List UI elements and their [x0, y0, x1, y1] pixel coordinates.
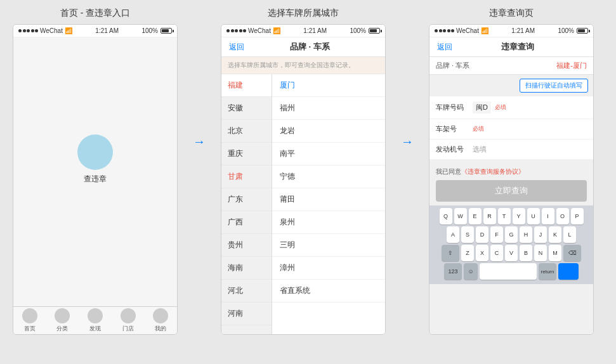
province-item-guizhou[interactable]: 贵州 — [221, 234, 272, 257]
tab-discover[interactable]: 发现 — [88, 308, 103, 333]
province-item-guangdong[interactable]: 广东 — [221, 188, 272, 211]
key-emoji[interactable]: ☺ — [464, 263, 478, 280]
key-space[interactable] — [480, 263, 537, 280]
key-o[interactable]: O — [556, 208, 569, 224]
phone-frame-3: WeChat 📶 1:21 AM 100% 返回 违章查询 . 品牌 · 车系 … — [429, 24, 594, 335]
province-item-hebei[interactable]: 河北 — [221, 280, 272, 302]
key-b[interactable]: B — [520, 245, 532, 261]
key-backspace[interactable]: ⌫ — [563, 245, 581, 261]
nav-title-3: 违章查询 — [501, 41, 534, 53]
key-s[interactable]: S — [461, 226, 474, 243]
key-f[interactable]: F — [490, 226, 503, 243]
city-item-sanming[interactable]: 三明 — [272, 234, 385, 257]
status-bar-2: WeChat 📶 1:21 AM 100% — [221, 25, 385, 37]
province-item-guangxi[interactable]: 广西 — [221, 211, 272, 234]
key-v[interactable]: V — [505, 245, 518, 261]
tab-category[interactable]: 分类 — [55, 308, 70, 333]
tab-home-label: 首页 — [24, 325, 36, 333]
key-n[interactable]: N — [534, 245, 547, 261]
battery-pct-1: 100% — [141, 27, 158, 34]
tab-home[interactable]: 首页 — [22, 308, 37, 333]
key-p[interactable]: P — [571, 208, 584, 224]
province-item-gansu[interactable]: 甘肃 — [221, 166, 272, 188]
city-item-shengzhi[interactable]: 省直系统 — [272, 280, 385, 302]
province-list[interactable]: 福建 安徽 北京 重庆 甘肃 广东 广西 贵州 海南 河北 河南 — [221, 74, 272, 334]
key-j[interactable]: J — [534, 226, 547, 243]
chassis-label: 车架号 — [436, 124, 469, 134]
hint-bar: 选择车牌所属城市，即可查询全国违章记录。 — [221, 57, 385, 74]
scan-button[interactable]: 扫描行驶证自动填写 — [520, 79, 588, 93]
key-t[interactable]: T — [498, 208, 511, 224]
nav-title-2: 品牌 · 车系 — [290, 41, 330, 53]
key-z[interactable]: Z — [461, 245, 474, 261]
key-w[interactable]: W — [454, 208, 467, 224]
violation-circle-icon — [77, 134, 113, 170]
wifi-icon: 📶 — [65, 27, 72, 34]
battery-pct-2: 100% — [350, 27, 366, 34]
province-item-chongqing[interactable]: 重庆 — [221, 143, 272, 166]
city-item-ningde[interactable]: 宁德 — [272, 166, 385, 188]
key-q[interactable]: Q — [440, 208, 452, 224]
city-item-longyan[interactable]: 龙岩 — [272, 120, 385, 143]
tab-store[interactable]: 门店 — [121, 308, 136, 333]
dot3 — [27, 29, 30, 32]
city-item-zhangzhou[interactable]: 漳州 — [272, 257, 385, 280]
section-title-2: 选择车牌所属城市 — [268, 8, 339, 19]
key-h[interactable]: H — [520, 226, 532, 243]
key-return[interactable]: return — [539, 263, 556, 280]
status-left-3: WeChat 📶 — [435, 27, 488, 34]
engine-label: 发动机号 — [436, 145, 469, 154]
key-c[interactable]: C — [490, 245, 503, 261]
status-right-1: 100% — [141, 27, 172, 34]
time-display-3: 1:21 AM — [511, 27, 535, 34]
key-d[interactable]: D — [476, 226, 488, 243]
key-i[interactable]: I — [542, 208, 554, 224]
key-x[interactable]: X — [476, 245, 488, 261]
battery-fill-1 — [162, 29, 169, 32]
city-list[interactable]: 厦门 福州 龙岩 南平 宁德 莆田 泉州 三明 漳州 省直系统 — [272, 74, 385, 334]
city-item-fuzhou[interactable]: 福州 — [272, 97, 385, 120]
city-screen: 选择车牌所属城市，即可查询全国违章记录。 福建 安徽 北京 重庆 甘肃 广东 广… — [221, 57, 385, 334]
agreement-row[interactable]: 我已同意《违章查询服务协议》 — [429, 164, 593, 180]
key-shift[interactable]: ⇧ — [442, 245, 459, 261]
key-a[interactable]: A — [447, 226, 459, 243]
key-123[interactable]: 123 — [444, 263, 462, 280]
query-button[interactable]: 立即查询 — [436, 180, 587, 202]
page-container: 首页 - 查违章入口 WeChat 📶 1:21 AM — [0, 0, 616, 342]
city-item-putian[interactable]: 莆田 — [272, 188, 385, 211]
city-item-nanping[interactable]: 南平 — [272, 143, 385, 166]
key-l[interactable]: L — [563, 226, 576, 243]
key-e[interactable]: E — [469, 208, 482, 224]
city-item-quanzhou[interactable]: 泉州 — [272, 211, 385, 234]
battery-icon-1 — [161, 28, 172, 34]
key-g[interactable]: G — [505, 226, 518, 243]
agreement-link[interactable]: 《违章查询服务协议》 — [461, 168, 525, 175]
province-item-henan[interactable]: 河南 — [221, 302, 272, 325]
key-u[interactable]: U — [527, 208, 540, 224]
tab-category-icon — [55, 308, 70, 323]
arrow-2-3: → — [401, 134, 414, 149]
section-3: 违章查询页 WeChat 📶 1:21 AM 100% — [429, 8, 594, 335]
nav-bar-2: 返回 品牌 · 车系 . — [221, 37, 385, 57]
nav-back-2[interactable]: 返回 — [229, 42, 244, 53]
tab-discover-label: 发现 — [89, 325, 101, 333]
province-item-anhui[interactable]: 安徽 — [221, 97, 272, 120]
province-item-beijing[interactable]: 北京 — [221, 120, 272, 143]
section-title-1: 首页 - 查违章入口 — [60, 8, 130, 19]
key-m[interactable]: M — [549, 245, 561, 261]
key-done[interactable] — [558, 263, 579, 280]
city-item-xiamen[interactable]: 厦门 — [272, 74, 385, 97]
engine-optional[interactable]: 选填 — [473, 145, 587, 154]
key-y[interactable]: Y — [513, 208, 525, 224]
dot2 — [23, 29, 26, 32]
province-item-fujian[interactable]: 福建 — [221, 74, 272, 97]
province-item-hainan[interactable]: 海南 — [221, 257, 272, 280]
keyboard: Q W E R T Y U I O P A S D — [429, 205, 593, 284]
violation-button[interactable]: 查违章 — [77, 134, 113, 185]
nav-back-3[interactable]: 返回 — [437, 42, 452, 53]
key-k[interactable]: K — [549, 226, 561, 243]
key-r[interactable]: R — [483, 208, 496, 224]
tab-mine[interactable]: 我的 — [153, 308, 168, 333]
tab-discover-icon — [88, 308, 103, 323]
violation-label: 查违章 — [84, 174, 107, 185]
